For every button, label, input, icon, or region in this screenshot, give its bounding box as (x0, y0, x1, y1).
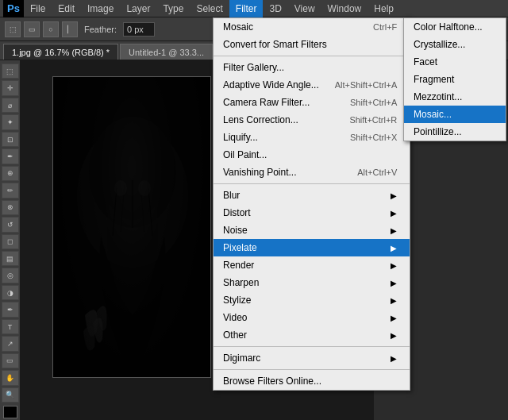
tool-brush[interactable]: ✏ (2, 183, 19, 198)
pixelate-submenu-item-pointillize[interactable]: Pointillize... (404, 123, 506, 141)
filter-menu-item-digimarc[interactable]: Digimarc ▶ (214, 349, 410, 367)
filter-menu: Mosaic Ctrl+F Convert for Smart Filters … (213, 17, 410, 391)
tool-blur[interactable]: ◎ (2, 268, 19, 283)
filter-menu-item-stylize[interactable]: Stylize ▶ (214, 291, 410, 309)
liquify-shortcut: Shift+Ctrl+X (350, 133, 397, 142)
tool-zoom[interactable]: 🔍 (2, 387, 19, 403)
filter-menu-item-lens-correction[interactable]: Lens Correction... Shift+Ctrl+R (214, 111, 410, 129)
filter-menu-item-oil-paint[interactable]: Oil Paint... (214, 146, 410, 164)
filter-menu-item-render[interactable]: Render ▶ (214, 256, 410, 274)
blur-arrow: ▶ (391, 191, 397, 200)
adaptive-wide-shortcut: Alt+Shift+Ctrl+A (335, 80, 398, 90)
filter-menu-item-adaptive-wide[interactable]: Adaptive Wide Angle... Alt+Shift+Ctrl+A (214, 76, 410, 94)
separator-3 (214, 346, 410, 347)
mosaic-top-label: Mosaic (223, 21, 253, 33)
pixelate-submenu-item-fragment[interactable]: Fragment (404, 71, 506, 88)
foreground-color[interactable] (3, 406, 17, 418)
filter-menu-item-blur[interactable]: Blur ▶ (214, 187, 410, 204)
tool-healing[interactable]: ⊕ (2, 166, 19, 181)
vanishing-point-label: Vanishing Point... (223, 167, 297, 178)
filter-menu-item-liquify[interactable]: Liquify... Shift+Ctrl+X (214, 129, 410, 146)
filter-menu-item-distort[interactable]: Distort ▶ (214, 204, 410, 222)
menu-item-file[interactable]: File (24, 0, 52, 17)
video-label: Video (223, 312, 247, 323)
stylize-arrow: ▶ (391, 296, 397, 305)
left-toolbar: ⬚ ✛ ⌀ ✦ ⊡ ✒ ⊕ ✏ ⊗ ↺ ◻ ▤ ◎ ◑ ✒ T ↗ ▭ ✋ 🔍 (0, 60, 21, 420)
menu-item-help[interactable]: Help (368, 0, 400, 17)
tool-hand[interactable]: ✋ (2, 370, 19, 385)
tool-eyedropper[interactable]: ✒ (2, 148, 19, 164)
pixelate-submenu-item-crystallize[interactable]: Crystallize... (404, 36, 506, 53)
menu-item-select[interactable]: Select (190, 0, 229, 17)
ps-logo: Ps (3, 0, 24, 17)
vanishing-point-shortcut: Alt+Ctrl+V (357, 168, 397, 177)
filter-menu-item-vanishing-point[interactable]: Vanishing Point... Alt+Ctrl+V (214, 164, 410, 181)
tool-dodge[interactable]: ◑ (2, 285, 19, 300)
tab-1[interactable]: 1.jpg @ 16.7% (RGB/8) * (3, 44, 118, 60)
digimarc-arrow: ▶ (391, 354, 397, 363)
menu-item-edit[interactable]: Edit (52, 0, 81, 17)
filter-menu-item-video[interactable]: Video ▶ (214, 309, 410, 326)
feather-input[interactable] (123, 22, 155, 37)
tool-pen[interactable]: ✒ (2, 302, 19, 317)
browse-filters-label: Browse Filters Online... (223, 376, 321, 387)
filter-menu-item-convert-smart[interactable]: Convert for Smart Filters (214, 36, 410, 53)
filter-menu-item-browse-filters[interactable]: Browse Filters Online... (214, 372, 410, 390)
digimarc-label: Digimarc (223, 353, 260, 364)
filter-menu-item-noise[interactable]: Noise ▶ (214, 222, 410, 239)
stylize-label: Stylize (223, 295, 251, 306)
filter-menu-item-other[interactable]: Other ▶ (214, 326, 410, 344)
lens-correction-label: Lens Correction... (223, 114, 298, 125)
noise-label: Noise (223, 225, 248, 236)
menu-item-image[interactable]: Image (81, 0, 120, 17)
tool-shape[interactable]: ▭ (2, 353, 19, 368)
marquee-circle-icon[interactable]: ○ (43, 21, 59, 37)
tool-marquee[interactable]: ⬚ (2, 64, 19, 79)
filter-menu-item-filter-gallery[interactable]: Filter Gallery... (214, 59, 410, 76)
tool-history[interactable]: ↺ (2, 217, 19, 232)
tool-gradient[interactable]: ▤ (2, 251, 19, 266)
distort-arrow: ▶ (391, 209, 397, 218)
marquee-col-icon[interactable]: ▏ (62, 21, 78, 37)
lens-correction-shortcut: Shift+Ctrl+R (349, 115, 397, 125)
noise-arrow: ▶ (391, 226, 397, 235)
pixelate-label: Pixelate (223, 242, 257, 253)
tool-crop[interactable]: ⊡ (2, 132, 19, 147)
marquee-rect-icon[interactable]: ▭ (24, 21, 40, 37)
sharpen-label: Sharpen (223, 277, 259, 288)
filter-menu-item-sharpen[interactable]: Sharpen ▶ (214, 274, 410, 291)
filter-menu-item-mosaic-top[interactable]: Mosaic Ctrl+F (214, 18, 410, 36)
menu-bar: Ps File Edit Image Layer Type Select Fil… (0, 0, 508, 17)
svg-line-4 (121, 184, 125, 232)
svg-point-9 (138, 180, 151, 196)
pixelate-submenu-item-facet[interactable]: Facet (404, 53, 506, 71)
pixelate-submenu-item-color-halftone[interactable]: Color Halftone... (404, 18, 506, 36)
other-label: Other (223, 329, 247, 341)
marquee-options-icon[interactable]: ⬚ (5, 21, 21, 37)
tab-2[interactable]: Untitled-1 @ 33.3... (120, 44, 213, 60)
tool-text[interactable]: T (2, 319, 19, 334)
render-label: Render (223, 260, 254, 271)
menu-item-window[interactable]: Window (321, 0, 368, 17)
menu-item-3d[interactable]: 3D (263, 0, 287, 17)
tool-move[interactable]: ✛ (2, 80, 19, 95)
menu-item-type[interactable]: Type (156, 0, 190, 17)
tool-magic-wand[interactable]: ✦ (2, 114, 19, 129)
filter-menu-item-camera-raw[interactable]: Camera Raw Filter... Shift+Ctrl+A (214, 94, 410, 111)
pixelate-submenu-item-mezzotint[interactable]: Mezzotint... (404, 88, 506, 106)
render-arrow: ▶ (391, 261, 397, 270)
filter-menu-item-pixelate[interactable]: Pixelate ▶ (214, 239, 410, 256)
tool-lasso[interactable]: ⌀ (2, 98, 19, 113)
tool-clone[interactable]: ⊗ (2, 200, 19, 215)
camera-raw-shortcut: Shift+Ctrl+A (350, 98, 397, 107)
tool-eraser[interactable]: ◻ (2, 234, 19, 249)
pixelate-submenu: Color Halftone... Crystallize... Facet F… (403, 17, 506, 141)
svg-point-8 (114, 180, 127, 196)
pixelate-submenu-item-mosaic[interactable]: Mosaic... (404, 106, 506, 123)
tool-path-selection[interactable]: ↗ (2, 336, 19, 351)
menu-item-filter[interactable]: Filter (229, 0, 264, 17)
menu-item-layer[interactable]: Layer (120, 0, 156, 17)
menu-item-view[interactable]: View (288, 0, 321, 17)
svg-line-7 (148, 188, 152, 236)
feather-label: Feather: (81, 23, 120, 36)
